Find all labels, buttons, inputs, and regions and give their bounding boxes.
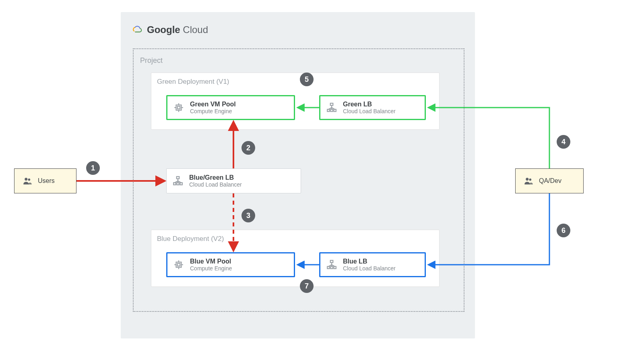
bg-lb-title: Blue/Green LB <box>189 174 242 181</box>
blue-deployment-label: Blue Deployment (V2) <box>157 235 224 243</box>
google-cloud-header: Google Cloud <box>131 24 208 35</box>
brand-google: Google <box>147 24 180 35</box>
svg-rect-28 <box>177 176 180 178</box>
svg-rect-29 <box>173 183 175 185</box>
green-lb-title: Green LB <box>343 100 396 108</box>
qa-dev-label: QA/Dev <box>539 177 561 185</box>
google-cloud-logo-icon <box>131 24 142 35</box>
blue-vm-title: Blue VM Pool <box>190 257 232 265</box>
svg-rect-6 <box>330 103 333 105</box>
step-badge-7: 7 <box>300 279 314 293</box>
svg-rect-14 <box>176 262 182 268</box>
svg-rect-9 <box>334 109 336 111</box>
svg-rect-23 <box>334 266 336 268</box>
green-vm-sub: Compute Engine <box>190 108 236 115</box>
step-badge-4: 4 <box>557 135 570 149</box>
load-balancer-icon <box>172 175 184 187</box>
blue-vm-pool: Blue VM Pool Compute Engine <box>166 252 295 277</box>
compute-engine-icon <box>173 259 184 270</box>
svg-rect-0 <box>176 105 182 110</box>
load-balancer-icon <box>326 259 337 270</box>
step-badge-1: 1 <box>86 161 100 175</box>
step-badge-3: 3 <box>242 209 255 222</box>
svg-rect-30 <box>177 183 179 185</box>
svg-point-38 <box>526 178 528 181</box>
step-badge-2: 2 <box>242 141 255 155</box>
svg-rect-31 <box>180 183 182 185</box>
green-lb-sub: Cloud Load Balancer <box>343 108 396 115</box>
blue-lb: Blue LB Cloud Load Balancer <box>319 252 426 277</box>
users-actor: Users <box>14 168 76 193</box>
svg-rect-8 <box>330 109 332 111</box>
qa-dev-actor: QA/Dev <box>515 168 584 193</box>
svg-rect-7 <box>327 109 329 111</box>
bg-lb-sub: Cloud Load Balancer <box>189 181 242 188</box>
svg-rect-1 <box>178 106 180 109</box>
svg-rect-21 <box>327 266 329 268</box>
green-vm-title: Green VM Pool <box>190 100 236 108</box>
svg-point-36 <box>25 178 27 181</box>
svg-point-39 <box>529 178 532 181</box>
step-badge-6: 6 <box>557 224 570 237</box>
svg-point-37 <box>28 178 31 181</box>
blue-vm-sub: Compute Engine <box>190 265 232 272</box>
svg-rect-15 <box>178 264 180 266</box>
load-balancer-icon <box>326 102 337 113</box>
green-lb: Green LB Cloud Load Balancer <box>319 95 426 120</box>
blue-lb-title: Blue LB <box>343 257 396 265</box>
green-deployment-label: Green Deployment (V1) <box>157 78 229 86</box>
blue-lb-sub: Cloud Load Balancer <box>343 265 396 272</box>
green-vm-pool: Green VM Pool Compute Engine <box>166 95 295 120</box>
compute-engine-icon <box>173 102 184 113</box>
blue-green-lb: Blue/Green LB Cloud Load Balancer <box>166 168 301 193</box>
project-label: Project <box>140 56 163 65</box>
brand-text: Google Cloud <box>147 24 208 35</box>
users-icon <box>523 175 534 187</box>
svg-rect-22 <box>330 266 332 268</box>
users-label: Users <box>38 177 55 185</box>
users-icon <box>22 175 33 187</box>
diagram-stage: Google Cloud Project Green Deployment (V… <box>0 0 644 359</box>
step-badge-5: 5 <box>300 73 314 86</box>
brand-cloud: Cloud <box>183 24 208 35</box>
svg-rect-20 <box>330 260 333 262</box>
